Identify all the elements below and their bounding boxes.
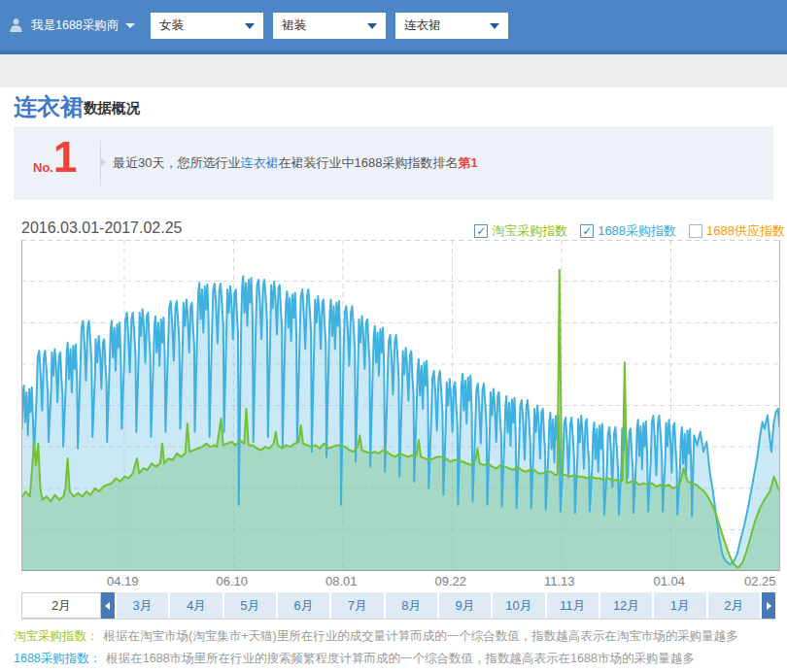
next-month-button[interactable] xyxy=(762,592,775,619)
category-select-3[interactable]: 连衣裙 xyxy=(395,13,508,39)
month-cell-8[interactable]: 10月 xyxy=(491,592,544,619)
footnote-label: 1688采购指数： xyxy=(14,652,101,665)
chart-legend: ✓淘宝采购指数✓1688采购指数1688供应指数 xyxy=(474,222,785,240)
month-cell-11[interactable]: 1月 xyxy=(652,592,705,619)
top-header: 我是1688采购商 女装 裙装 连衣裙 xyxy=(0,0,787,54)
rank-number: 1 xyxy=(53,134,77,181)
x-axis-label: 08.01 xyxy=(325,574,358,588)
chevron-down-icon xyxy=(125,23,135,28)
category-select-1[interactable]: 女装 xyxy=(151,13,263,39)
rank-prefix: No. xyxy=(33,160,53,175)
category-select-2-value: 裙装 xyxy=(282,18,306,32)
prev-month-button[interactable] xyxy=(101,592,115,619)
month-nav-bar: 2月3月4月5月6月7月8月9月10月11月12月1月2月 xyxy=(21,592,775,620)
month-cell-1[interactable]: 3月 xyxy=(115,592,168,619)
rank-text-part2: 在裙装行业中1688采购指数排名 xyxy=(278,155,458,170)
month-cell-7[interactable]: 9月 xyxy=(437,592,491,619)
month-cell-2[interactable]: 4月 xyxy=(168,592,222,619)
category-select-1-value: 女装 xyxy=(159,18,184,32)
rank-text-part1: 最近30天，您所选行业 xyxy=(113,155,240,170)
legend-label: 淘宝采购指数 xyxy=(492,222,567,240)
index-footnotes: 淘宝采购指数：根据在淘宝市场(淘宝集市+天猫)里所在行业的成交量计算而成的一个综… xyxy=(14,625,738,670)
page-title: 连衣裙 数据概况 xyxy=(14,93,140,120)
page: 我是1688采购商 女装 裙装 连衣裙 连衣裙 数据概况 No. 1 最近30天… xyxy=(0,0,787,672)
legend-label: 1688采购指数 xyxy=(598,222,676,240)
rank-text-rank: 第1 xyxy=(458,155,477,170)
month-cell-9[interactable]: 11月 xyxy=(545,592,599,619)
title-keyword: 连衣裙 xyxy=(14,93,84,120)
category-select-2[interactable]: 裙装 xyxy=(273,13,386,39)
x-axis-label: 11.13 xyxy=(544,574,575,588)
footnote-label: 淘宝采购指数： xyxy=(14,629,99,643)
next-arrow-icon xyxy=(767,602,771,610)
month-cell-3[interactable]: 5月 xyxy=(222,592,276,619)
footnote-text: 根据在1688市场里所在行业的搜索频繁程度计算而成的一个综合数值，指数越高表示在… xyxy=(106,652,695,665)
chevron-right-icon xyxy=(100,157,106,167)
checked-checkbox[interactable]: ✓ xyxy=(580,224,594,238)
checked-checkbox[interactable]: ✓ xyxy=(474,224,488,238)
x-axis-label: 01.04 xyxy=(654,574,686,588)
footnote-1: 淘宝采购指数：根据在淘宝市场(淘宝集市+天猫)里所在行业的成交量计算而成的一个综… xyxy=(14,625,738,648)
current-month-cell[interactable]: 2月 xyxy=(21,592,101,619)
header-sub-strip xyxy=(0,54,787,87)
month-cell-5[interactable]: 7月 xyxy=(329,592,383,619)
title-suffix: 数据概况 xyxy=(84,99,140,120)
rank-summary-box: No. 1 最近30天，您所选行业连衣裙在裙装行业中1688采购指数排名第1 xyxy=(14,126,773,200)
chart-date-range: 2016.03.01-2017.02.25 xyxy=(21,219,182,237)
unchecked-checkbox[interactable] xyxy=(689,224,702,238)
x-axis-labels: 04.1906.1008.0109.2211.1301.0402.25 xyxy=(21,574,780,589)
index-trend-chart[interactable] xyxy=(21,240,780,571)
legend-item-2[interactable]: ✓1688采购指数 xyxy=(580,222,676,240)
rank-badge: No. 1 xyxy=(33,134,77,181)
month-cell-12[interactable]: 2月 xyxy=(706,592,760,619)
footnote-2: 1688采购指数：根据在1688市场里所在行业的搜索频繁程度计算而成的一个综合数… xyxy=(14,648,738,670)
category-select-3-value: 连衣裙 xyxy=(404,18,441,32)
legend-item-1[interactable]: ✓淘宝采购指数 xyxy=(474,222,567,240)
x-axis-label: 09.22 xyxy=(435,574,467,588)
month-cell-4[interactable]: 6月 xyxy=(276,592,329,619)
user-menu[interactable]: 我是1688采购商 xyxy=(10,0,135,50)
rank-text-keyword: 连衣裙 xyxy=(240,155,278,170)
x-axis-label: 04.19 xyxy=(107,574,139,588)
legend-item-3[interactable]: 1688供应指数 xyxy=(689,222,785,240)
footnote-text: 根据在淘宝市场(淘宝集市+天猫)里所在行业的成交量计算而成的一个综合数值，指数越… xyxy=(104,629,738,643)
month-cell-6[interactable]: 8月 xyxy=(384,592,437,619)
month-cell-10[interactable]: 12月 xyxy=(599,592,652,619)
user-icon xyxy=(10,18,22,32)
x-axis-label: 06.10 xyxy=(217,574,249,588)
x-axis-label: 02.25 xyxy=(744,574,776,588)
chevron-down-icon xyxy=(490,23,499,29)
rank-description: 最近30天，您所选行业连衣裙在裙装行业中1688采购指数排名第1 xyxy=(113,126,478,200)
chevron-down-icon xyxy=(245,23,255,29)
legend-label: 1688供应指数 xyxy=(706,222,785,240)
user-label: 我是1688采购商 xyxy=(31,17,119,34)
chevron-down-icon xyxy=(367,23,377,29)
prev-arrow-icon xyxy=(105,602,110,610)
